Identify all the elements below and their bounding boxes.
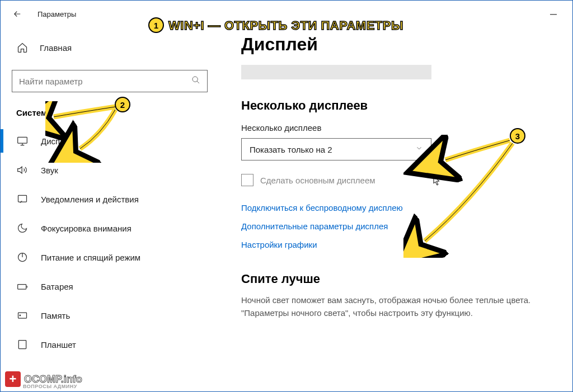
back-button[interactable]	[12, 8, 23, 20]
annotation-badge-3: 3	[510, 128, 525, 144]
sidebar-item-label: Батарея	[41, 282, 73, 291]
svg-rect-2	[18, 137, 27, 143]
storage-icon	[16, 309, 29, 322]
link-wireless-display[interactable]: Подключиться к беспроводному дисплею	[241, 203, 561, 212]
monitor-icon	[16, 135, 29, 147]
sidebar-item-label: Дисплей	[41, 136, 74, 146]
mouse-cursor-icon	[433, 176, 441, 188]
notifications-icon	[16, 193, 29, 205]
sidebar-item-tablet[interactable]: Планшет	[12, 330, 219, 359]
chevron-down-icon	[415, 144, 423, 154]
link-advanced-display[interactable]: Дополнительные параметры дисплея	[241, 221, 561, 231]
home-icon	[16, 41, 29, 54]
sidebar-item-focus[interactable]: Фокусировка внимания	[12, 214, 219, 243]
multi-display-heading: Несколько дисплеев	[241, 98, 561, 113]
svg-point-1	[192, 77, 198, 82]
main-display-checkbox[interactable]	[241, 174, 253, 186]
sidebar-item-label: Звук	[41, 166, 58, 175]
select-value: Показать только на 2	[250, 145, 332, 154]
search-icon	[191, 75, 200, 87]
svg-rect-0	[550, 14, 557, 15]
tablet-icon	[16, 338, 29, 351]
sidebar-item-notifications[interactable]: Уведомления и действия	[12, 185, 219, 214]
search-input-wrap[interactable]	[12, 70, 208, 92]
search-input[interactable]	[19, 77, 191, 86]
multi-display-select[interactable]: Показать только на 2	[241, 138, 431, 160]
sidebar-item-label: Питание и спящий режим	[41, 253, 140, 262]
battery-icon	[16, 280, 29, 292]
sidebar-item-display[interactable]: Дисплей	[12, 126, 219, 155]
display-preview-placeholder	[241, 65, 431, 79]
svg-rect-5	[18, 285, 26, 289]
sidebar-home-label: Главная	[40, 43, 72, 53]
moon-icon	[16, 222, 29, 234]
sidebar-item-label: Планшет	[41, 340, 76, 350]
annotation-hint-text: WIN+I — ОТКРЫТЬ ЭТИ ПАРАМЕТРЫ	[168, 18, 403, 33]
sidebar-item-storage[interactable]: Память	[12, 301, 219, 330]
sidebar-item-label: Фокусировка внимания	[41, 224, 131, 233]
sidebar-item-label: Уведомления и действия	[41, 195, 139, 204]
sidebar-item-power[interactable]: Питание и спящий режим	[12, 243, 219, 272]
watermark-subtitle: ВОПРОСЫ АДМИНУ	[23, 384, 77, 389]
sleep-better-heading: Спите лучше	[241, 272, 561, 286]
minimize-button[interactable]	[550, 7, 557, 8]
sleep-better-text: Ночной свет поможет вам заснуть, отображ…	[241, 294, 561, 319]
power-icon	[16, 251, 29, 263]
main-display-checkbox-label: Сделать основным дисплеем	[260, 176, 375, 185]
link-graphics-settings[interactable]: Настройки графики	[241, 240, 561, 249]
svg-rect-8	[18, 341, 26, 349]
sound-icon	[16, 164, 29, 176]
svg-rect-3	[18, 195, 27, 202]
watermark-logo-icon: +	[5, 371, 21, 387]
sidebar-item-battery[interactable]: Батарея	[12, 272, 219, 301]
sidebar-item-label: Память	[41, 311, 70, 320]
annotation-badge-1: 1	[148, 17, 164, 33]
sidebar-item-sound[interactable]: Звук	[12, 155, 219, 185]
annotation-badge-2: 2	[115, 97, 130, 112]
sidebar-home[interactable]: Главная	[12, 34, 219, 61]
window-title: Параметры	[37, 10, 76, 18]
svg-point-7	[20, 315, 21, 316]
page-title: Дисплей	[241, 34, 561, 55]
